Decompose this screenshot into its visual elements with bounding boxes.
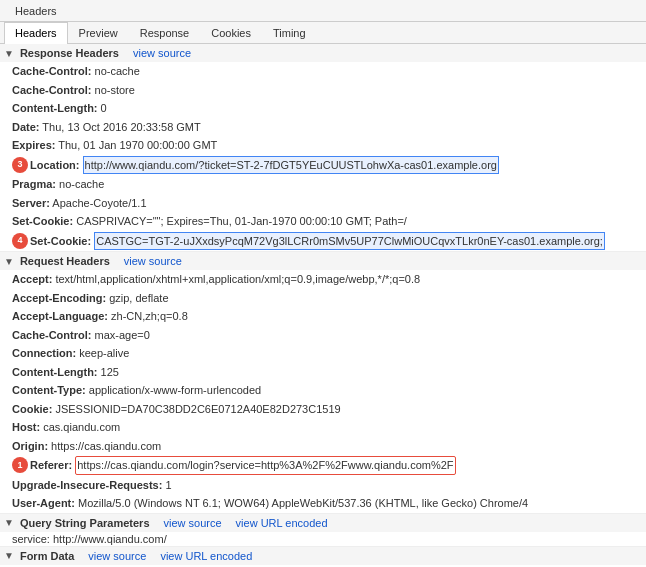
tab-cookies[interactable]: Cookies bbox=[200, 22, 262, 43]
query-string-view-source[interactable]: view source bbox=[164, 517, 222, 529]
query-param-service: service: http://www.qiandu.com/ bbox=[0, 532, 646, 546]
header-expires: Expires: Thu, 01 Jan 1970 00:00:00 GMT bbox=[0, 136, 646, 155]
header-pragma: Pragma: no-cache bbox=[0, 175, 646, 194]
header-upgrade-insecure: Upgrade-Insecure-Requests: 1 bbox=[0, 476, 646, 495]
toggle-response-headers: ▼ bbox=[4, 48, 14, 59]
header-content-type: Content-Type: application/x-www-form-url… bbox=[0, 381, 646, 400]
query-string-title: Query String Parameters bbox=[20, 517, 150, 529]
header-accept: Accept: text/html,application/xhtml+xml,… bbox=[0, 270, 646, 289]
response-headers-header[interactable]: ▼ Response Headers view source bbox=[0, 44, 646, 62]
tab-headers[interactable]: Headers bbox=[4, 0, 68, 21]
badge-referer: 1 bbox=[12, 457, 28, 473]
request-headers-header[interactable]: ▼ Request Headers view source bbox=[0, 252, 646, 270]
request-headers-section: ▼ Request Headers view source Accept: te… bbox=[0, 252, 646, 514]
header-set-cookie-2: 4 Set-Cookie: CASTGC=TGT-2-uJXxdsyPcqM72… bbox=[0, 231, 646, 252]
header-cache-control-1: Cache-Control: no-cache bbox=[0, 62, 646, 81]
tab-timing[interactable]: Timing bbox=[262, 22, 317, 43]
query-string-header[interactable]: ▼ Query String Parameters view source vi… bbox=[0, 514, 646, 532]
header-location: 3 Location: http://www.qiandu.com/?ticke… bbox=[0, 155, 646, 176]
form-data-title: Form Data bbox=[20, 550, 74, 562]
header-host: Host: cas.qiandu.com bbox=[0, 418, 646, 437]
header-server: Server: Apache-Coyote/1.1 bbox=[0, 194, 646, 213]
query-string-view-url-encoded[interactable]: view URL encoded bbox=[236, 517, 328, 529]
form-data-view-source[interactable]: view source bbox=[88, 550, 146, 562]
header-content-length: Content-Length: 0 bbox=[0, 99, 646, 118]
response-headers-section: ▼ Response Headers view source Cache-Con… bbox=[0, 44, 646, 252]
response-headers-view-source[interactable]: view source bbox=[133, 47, 191, 59]
header-accept-encoding: Accept-Encoding: gzip, deflate bbox=[0, 289, 646, 308]
form-data-section: ▼ Form Data view source view URL encoded… bbox=[0, 547, 646, 568]
header-cache-control-req: Cache-Control: max-age=0 bbox=[0, 326, 646, 345]
tab-headers[interactable]: Headers bbox=[4, 22, 68, 44]
badge-location: 3 bbox=[12, 157, 28, 173]
header-content-length-req: Content-Length: 125 bbox=[0, 363, 646, 382]
header-origin: Origin: https://cas.qiandu.com bbox=[0, 437, 646, 456]
toggle-query-string: ▼ bbox=[4, 517, 14, 528]
toggle-form-data: ▼ bbox=[4, 550, 14, 561]
toggle-request-headers: ▼ bbox=[4, 256, 14, 267]
tab-preview[interactable]: Preview bbox=[68, 22, 129, 43]
header-date: Date: Thu, 13 Oct 2016 20:33:58 GMT bbox=[0, 118, 646, 137]
tab-response[interactable]: Response bbox=[129, 22, 201, 43]
form-data-view-url-encoded[interactable]: view URL encoded bbox=[160, 550, 252, 562]
header-cookie: Cookie: JSESSIONID=DA70C38DD2C6E0712A40E… bbox=[0, 400, 646, 419]
header-connection: Connection: keep-alive bbox=[0, 344, 646, 363]
badge-castgc: 4 bbox=[12, 233, 28, 249]
form-data-header[interactable]: ▼ Form Data view source view URL encoded bbox=[0, 547, 646, 565]
request-headers-title: Request Headers bbox=[20, 255, 110, 267]
header-accept-language: Accept-Language: zh-CN,zh;q=0.8 bbox=[0, 307, 646, 326]
tab-bar: Headers Headers bbox=[0, 0, 646, 22]
response-headers-title: Response Headers bbox=[20, 47, 119, 59]
tabs-container: Headers Preview Response Cookies Timing bbox=[0, 22, 646, 44]
header-cache-control-2: Cache-Control: no-store bbox=[0, 81, 646, 100]
header-referer: 1 Referer: https://cas.qiandu.com/login?… bbox=[0, 455, 646, 476]
header-set-cookie-1: Set-Cookie: CASPRIVACY=""; Expires=Thu, … bbox=[0, 212, 646, 231]
query-string-section: ▼ Query String Parameters view source vi… bbox=[0, 514, 646, 547]
header-user-agent: User-Agent: Mozilla/5.0 (Windows NT 6.1;… bbox=[0, 494, 646, 513]
request-headers-view-source[interactable]: view source bbox=[124, 255, 182, 267]
